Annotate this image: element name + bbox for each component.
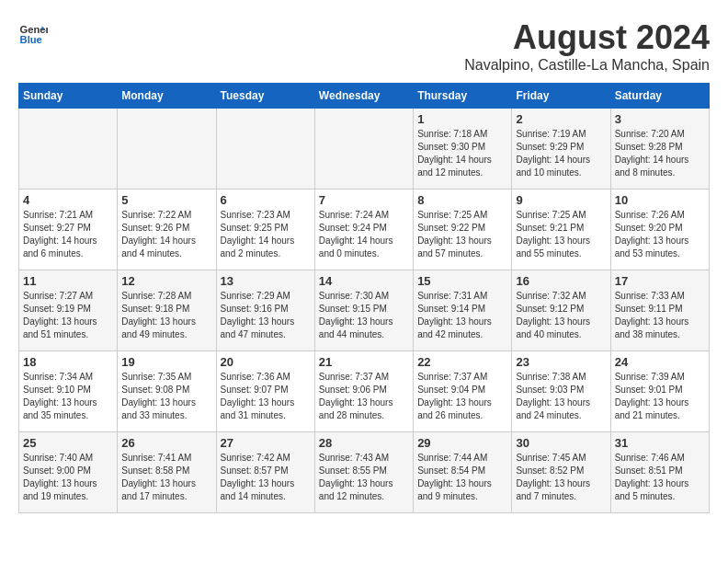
calendar-body: 1Sunrise: 7:18 AM Sunset: 9:30 PM Daylig… (19, 109, 710, 513)
day-number: 20 (221, 355, 311, 369)
day-info: Sunrise: 7:42 AM Sunset: 8:57 PM Dayligh… (221, 452, 311, 503)
day-cell: 27Sunrise: 7:42 AM Sunset: 8:57 PM Dayli… (216, 432, 314, 513)
day-number: 10 (615, 193, 705, 207)
day-info: Sunrise: 7:37 AM Sunset: 9:06 PM Dayligh… (319, 371, 409, 422)
day-cell: 15Sunrise: 7:31 AM Sunset: 9:14 PM Dayli… (414, 270, 512, 351)
day-number: 17 (615, 274, 705, 288)
day-info: Sunrise: 7:39 AM Sunset: 9:01 PM Dayligh… (615, 371, 705, 422)
day-cell: 22Sunrise: 7:37 AM Sunset: 9:04 PM Dayli… (414, 351, 512, 432)
day-number: 23 (516, 355, 606, 369)
day-cell (118, 109, 216, 190)
day-number: 16 (516, 274, 606, 288)
day-info: Sunrise: 7:18 AM Sunset: 9:30 PM Dayligh… (417, 128, 507, 179)
day-cell: 28Sunrise: 7:43 AM Sunset: 8:55 PM Dayli… (314, 432, 413, 513)
day-info: Sunrise: 7:38 AM Sunset: 9:03 PM Dayligh… (516, 371, 606, 422)
day-number: 19 (121, 355, 211, 369)
day-info: Sunrise: 7:35 AM Sunset: 9:08 PM Dayligh… (121, 371, 211, 422)
day-cell: 12Sunrise: 7:28 AM Sunset: 9:18 PM Dayli… (118, 270, 216, 351)
day-info: Sunrise: 7:41 AM Sunset: 8:58 PM Dayligh… (121, 452, 211, 503)
day-cell: 30Sunrise: 7:45 AM Sunset: 8:52 PM Dayli… (512, 432, 610, 513)
svg-text:Blue: Blue (20, 34, 42, 45)
day-cell: 29Sunrise: 7:44 AM Sunset: 8:54 PM Dayli… (414, 432, 512, 513)
day-cell: 20Sunrise: 7:36 AM Sunset: 9:07 PM Dayli… (216, 351, 314, 432)
day-info: Sunrise: 7:25 AM Sunset: 9:22 PM Dayligh… (417, 209, 507, 260)
day-info: Sunrise: 7:21 AM Sunset: 9:27 PM Dayligh… (23, 209, 113, 260)
day-info: Sunrise: 7:46 AM Sunset: 8:51 PM Dayligh… (615, 452, 705, 503)
day-number: 6 (221, 193, 311, 207)
day-number: 7 (319, 193, 409, 207)
day-number: 5 (121, 193, 211, 207)
day-cell: 2Sunrise: 7:19 AM Sunset: 9:29 PM Daylig… (512, 109, 610, 190)
day-number: 15 (417, 274, 507, 288)
day-number: 14 (319, 274, 409, 288)
day-number: 2 (516, 112, 606, 126)
logo-icon: General Blue (18, 18, 48, 48)
column-header-monday: Monday (118, 84, 216, 109)
day-cell: 17Sunrise: 7:33 AM Sunset: 9:11 PM Dayli… (610, 270, 709, 351)
day-cell: 19Sunrise: 7:35 AM Sunset: 9:08 PM Dayli… (118, 351, 216, 432)
week-row-3: 11Sunrise: 7:27 AM Sunset: 9:19 PM Dayli… (19, 270, 710, 351)
week-row-5: 25Sunrise: 7:40 AM Sunset: 9:00 PM Dayli… (19, 432, 710, 513)
subtitle: Navalpino, Castille-La Mancha, Spain (464, 57, 710, 74)
day-info: Sunrise: 7:34 AM Sunset: 9:10 PM Dayligh… (23, 371, 113, 422)
day-info: Sunrise: 7:32 AM Sunset: 9:12 PM Dayligh… (516, 290, 606, 341)
day-info: Sunrise: 7:27 AM Sunset: 9:19 PM Dayligh… (23, 290, 113, 341)
day-cell: 8Sunrise: 7:25 AM Sunset: 9:22 PM Daylig… (414, 190, 512, 270)
day-info: Sunrise: 7:37 AM Sunset: 9:04 PM Dayligh… (417, 371, 507, 422)
day-number: 29 (417, 436, 507, 450)
day-info: Sunrise: 7:36 AM Sunset: 9:07 PM Dayligh… (221, 371, 311, 422)
day-info: Sunrise: 7:31 AM Sunset: 9:14 PM Dayligh… (417, 290, 507, 341)
day-number: 18 (23, 355, 113, 369)
day-cell: 21Sunrise: 7:37 AM Sunset: 9:06 PM Dayli… (314, 351, 413, 432)
day-number: 24 (615, 355, 705, 369)
calendar-header-row: SundayMondayTuesdayWednesdayThursdayFrid… (19, 84, 710, 109)
day-number: 9 (516, 193, 606, 207)
day-cell: 24Sunrise: 7:39 AM Sunset: 9:01 PM Dayli… (610, 351, 709, 432)
day-info: Sunrise: 7:44 AM Sunset: 8:54 PM Dayligh… (417, 452, 507, 503)
day-info: Sunrise: 7:26 AM Sunset: 9:20 PM Dayligh… (615, 209, 705, 260)
day-cell: 23Sunrise: 7:38 AM Sunset: 9:03 PM Dayli… (512, 351, 610, 432)
day-info: Sunrise: 7:29 AM Sunset: 9:16 PM Dayligh… (221, 290, 311, 341)
column-header-thursday: Thursday (414, 84, 512, 109)
day-info: Sunrise: 7:25 AM Sunset: 9:21 PM Dayligh… (516, 209, 606, 260)
header: General Blue August 2024 Navalpino, Cast… (18, 18, 710, 74)
day-cell: 16Sunrise: 7:32 AM Sunset: 9:12 PM Dayli… (512, 270, 610, 351)
day-cell: 5Sunrise: 7:22 AM Sunset: 9:26 PM Daylig… (118, 190, 216, 270)
day-cell: 18Sunrise: 7:34 AM Sunset: 9:10 PM Dayli… (19, 351, 118, 432)
day-info: Sunrise: 7:19 AM Sunset: 9:29 PM Dayligh… (516, 128, 606, 179)
day-cell (314, 109, 413, 190)
title-area: August 2024 Navalpino, Castille-La Manch… (464, 18, 710, 74)
day-cell: 3Sunrise: 7:20 AM Sunset: 9:28 PM Daylig… (610, 109, 709, 190)
column-header-saturday: Saturday (610, 84, 709, 109)
day-cell (19, 109, 118, 190)
day-cell: 25Sunrise: 7:40 AM Sunset: 9:00 PM Dayli… (19, 432, 118, 513)
day-info: Sunrise: 7:28 AM Sunset: 9:18 PM Dayligh… (121, 290, 211, 341)
day-number: 12 (121, 274, 211, 288)
column-header-wednesday: Wednesday (314, 84, 413, 109)
day-number: 21 (319, 355, 409, 369)
day-number: 13 (221, 274, 311, 288)
logo: General Blue (18, 18, 48, 48)
day-cell: 6Sunrise: 7:23 AM Sunset: 9:25 PM Daylig… (216, 190, 314, 270)
day-number: 31 (615, 436, 705, 450)
day-cell: 14Sunrise: 7:30 AM Sunset: 9:15 PM Dayli… (314, 270, 413, 351)
week-row-4: 18Sunrise: 7:34 AM Sunset: 9:10 PM Dayli… (19, 351, 710, 432)
day-info: Sunrise: 7:23 AM Sunset: 9:25 PM Dayligh… (221, 209, 311, 260)
day-info: Sunrise: 7:45 AM Sunset: 8:52 PM Dayligh… (516, 452, 606, 503)
day-cell: 1Sunrise: 7:18 AM Sunset: 9:30 PM Daylig… (414, 109, 512, 190)
day-number: 22 (417, 355, 507, 369)
day-info: Sunrise: 7:30 AM Sunset: 9:15 PM Dayligh… (319, 290, 409, 341)
day-number: 25 (23, 436, 113, 450)
day-info: Sunrise: 7:33 AM Sunset: 9:11 PM Dayligh… (615, 290, 705, 341)
day-info: Sunrise: 7:22 AM Sunset: 9:26 PM Dayligh… (121, 209, 211, 260)
day-number: 11 (23, 274, 113, 288)
column-header-tuesday: Tuesday (216, 84, 314, 109)
week-row-2: 4Sunrise: 7:21 AM Sunset: 9:27 PM Daylig… (19, 190, 710, 270)
week-row-1: 1Sunrise: 7:18 AM Sunset: 9:30 PM Daylig… (19, 109, 710, 190)
day-cell: 10Sunrise: 7:26 AM Sunset: 9:20 PM Dayli… (610, 190, 709, 270)
day-info: Sunrise: 7:40 AM Sunset: 9:00 PM Dayligh… (23, 452, 113, 503)
day-cell: 9Sunrise: 7:25 AM Sunset: 9:21 PM Daylig… (512, 190, 610, 270)
day-number: 4 (23, 193, 113, 207)
day-cell: 31Sunrise: 7:46 AM Sunset: 8:51 PM Dayli… (610, 432, 709, 513)
day-cell: 26Sunrise: 7:41 AM Sunset: 8:58 PM Dayli… (118, 432, 216, 513)
